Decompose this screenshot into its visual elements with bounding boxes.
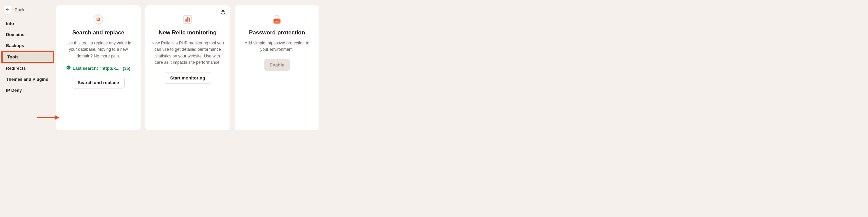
sidebar-item-info[interactable]: Info bbox=[0, 18, 54, 29]
cards-area: Search and replace Use this tool to repl… bbox=[54, 0, 521, 130]
sidebar: Back Info Domains Backups Tools Redirect… bbox=[0, 0, 54, 130]
card-search-replace: Search and replace Use this tool to repl… bbox=[56, 5, 141, 130]
svg-rect-11 bbox=[187, 17, 189, 22]
card-new-relic: New Relic monitoring New Relic is a PHP … bbox=[145, 5, 230, 130]
enable-button[interactable]: Enable bbox=[264, 59, 290, 71]
svg-rect-12 bbox=[189, 18, 190, 22]
svg-marker-6 bbox=[55, 115, 59, 120]
card-password-protection: Password protection Add simple .htpasswd… bbox=[235, 5, 319, 130]
svg-point-8 bbox=[223, 13, 223, 13]
card-description: Use this tool to replace any value in yo… bbox=[62, 40, 135, 59]
svg-rect-1 bbox=[97, 18, 100, 21]
last-search-status: Last search: "http://k..." (35) bbox=[62, 65, 135, 71]
svg-point-16 bbox=[277, 21, 278, 21]
card-title: Search and replace bbox=[62, 29, 135, 36]
back-label: Back bbox=[15, 7, 24, 12]
svg-point-17 bbox=[279, 21, 279, 21]
sidebar-item-backups[interactable]: Backups bbox=[0, 40, 54, 51]
help-icon[interactable] bbox=[221, 10, 225, 16]
svg-point-15 bbox=[276, 21, 277, 21]
card-title: Password protection bbox=[241, 29, 313, 36]
status-text: Last search: "http://k..." (35) bbox=[73, 66, 130, 71]
sidebar-item-tools[interactable]: Tools bbox=[1, 51, 54, 63]
monitoring-chart-icon bbox=[151, 13, 224, 26]
check-circle-icon bbox=[66, 65, 71, 71]
search-replace-icon bbox=[62, 13, 135, 26]
card-description: New Relic is a PHP monitoring tool you c… bbox=[151, 40, 224, 66]
sidebar-item-ip-deny[interactable]: IP Deny bbox=[0, 85, 54, 96]
sidebar-item-domains[interactable]: Domains bbox=[0, 29, 54, 40]
sidebar-item-themes-plugins[interactable]: Themes and Plugins bbox=[0, 74, 54, 85]
svg-point-4 bbox=[66, 66, 70, 70]
back-nav[interactable]: Back bbox=[0, 6, 54, 18]
sidebar-item-redirects[interactable]: Redirects bbox=[0, 63, 54, 74]
card-title: New Relic monitoring bbox=[151, 29, 224, 36]
arrow-left-icon bbox=[6, 7, 10, 13]
start-monitoring-button[interactable]: Start monitoring bbox=[165, 72, 211, 84]
svg-rect-10 bbox=[185, 19, 187, 22]
svg-point-14 bbox=[275, 21, 276, 21]
back-button[interactable] bbox=[4, 6, 11, 13]
svg-rect-13 bbox=[274, 19, 281, 24]
search-and-replace-button[interactable]: Search and replace bbox=[72, 77, 125, 88]
lock-icon bbox=[241, 13, 313, 26]
card-description: Add simple .htpasswd protection to your … bbox=[241, 40, 313, 53]
